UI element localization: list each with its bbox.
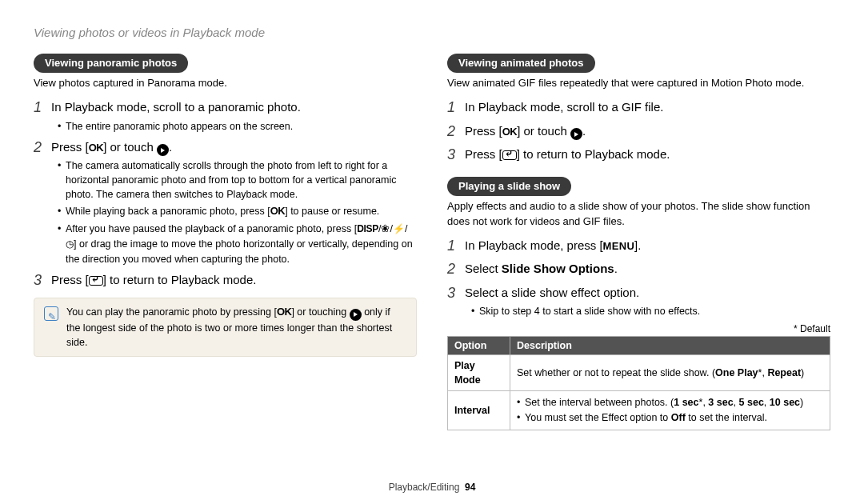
r2-step-2: 2 Select Slide Show Options. bbox=[447, 260, 830, 278]
step-2: 2 Press [OK] or touch . bbox=[34, 138, 417, 157]
default-note: * Default bbox=[447, 323, 830, 334]
lead-text: Apply effects and audio to a slide show … bbox=[447, 199, 830, 228]
play-icon bbox=[157, 144, 169, 156]
r1-step-1: 1 In Playback mode, scroll to a GIF file… bbox=[447, 98, 830, 117]
bullet: Set the interval between photos. (1 sec*… bbox=[517, 395, 823, 410]
play-icon bbox=[350, 309, 362, 321]
bullet: Skip to step 4 to start a slide show wit… bbox=[471, 304, 830, 318]
ok-icon: OK bbox=[277, 306, 292, 318]
th-option: Option bbox=[448, 337, 510, 355]
section-heading-animated: Viewing animated photos bbox=[447, 54, 595, 73]
step-number: 3 bbox=[34, 271, 51, 290]
step-number: 3 bbox=[447, 284, 465, 302]
step-text: In Playback mode, scroll to a GIF file. bbox=[465, 98, 663, 116]
step-number: 2 bbox=[447, 122, 465, 141]
bullet: You must set the Effect option to Off to… bbox=[517, 410, 823, 425]
step-3: 3 Press [] to return to Playback mode. bbox=[34, 271, 417, 290]
step-text: Press [] to return to Playback mode. bbox=[465, 146, 670, 163]
page-footer: Playback/Editing 94 bbox=[0, 482, 864, 493]
section-heading-slideshow: Playing a slide show bbox=[447, 177, 571, 196]
r1-step-3: 3 Press [] to return to Playback mode. bbox=[447, 146, 830, 164]
cell-desc: Set whether or not to repeat the slide s… bbox=[510, 355, 830, 391]
r2-step3-bullets: Skip to step 4 to start a slide show wit… bbox=[471, 304, 830, 318]
flash-icon: ⚡ bbox=[393, 223, 405, 234]
step-text: Press [OK] or touch . bbox=[51, 138, 172, 157]
bullet: The camera automatically scrolls through… bbox=[58, 158, 417, 202]
step-1: 1 In Playback mode, scroll to a panorami… bbox=[34, 98, 417, 117]
content-columns: Viewing panoramic photos View photos cap… bbox=[34, 54, 830, 430]
ok-icon: OK bbox=[89, 142, 104, 154]
bullet: After you have paused the playback of a … bbox=[58, 222, 417, 266]
table-row: Interval Set the interval between photos… bbox=[448, 391, 830, 430]
bullet: While playing back a panoramic photo, pr… bbox=[58, 204, 417, 219]
step2-bullets: The camera automatically scrolls through… bbox=[58, 158, 417, 266]
th-description: Description bbox=[510, 337, 830, 355]
lead-text: View photos captured in Panorama mode. bbox=[34, 76, 417, 90]
step-number: 1 bbox=[447, 237, 465, 255]
r2-step-1: 1 In Playback mode, press [MENU]. bbox=[447, 237, 830, 255]
step-number: 1 bbox=[34, 98, 51, 117]
play-icon bbox=[570, 128, 582, 140]
ok-icon: OK bbox=[270, 205, 286, 217]
back-icon bbox=[502, 150, 517, 160]
disp-icon: DISP bbox=[357, 223, 378, 234]
page-header: Viewing photos or videos in Playback mod… bbox=[34, 26, 830, 39]
options-table: Option Description Play Mode Set whether… bbox=[447, 336, 830, 430]
step-number: 3 bbox=[447, 146, 465, 164]
right-column: Viewing animated photos View animated GI… bbox=[447, 54, 830, 430]
ok-icon: OK bbox=[502, 126, 518, 138]
back-icon bbox=[89, 276, 103, 286]
note-text: You can play the panoramic photo by pres… bbox=[66, 305, 406, 350]
step1-bullets: The entire panoramic photo appears on th… bbox=[58, 119, 417, 134]
cell-desc: Set the interval between photos. (1 sec*… bbox=[510, 391, 830, 430]
step-text: Select a slide show effect option. bbox=[465, 284, 639, 302]
step-text: In Playback mode, scroll to a panoramic … bbox=[51, 98, 301, 116]
r1-step-2: 2 Press [OK] or touch . bbox=[447, 122, 830, 141]
table-row: Play Mode Set whether or not to repeat t… bbox=[448, 355, 830, 391]
lead-text: View animated GIF files repeatedly that … bbox=[447, 76, 830, 90]
step-number: 2 bbox=[34, 138, 51, 157]
step-text: Press [] to return to Playback mode. bbox=[51, 271, 256, 289]
step-text: Press [OK] or touch . bbox=[465, 122, 586, 141]
section-heading-panoramic: Viewing panoramic photos bbox=[34, 54, 188, 73]
bullet: The entire panoramic photo appears on th… bbox=[58, 119, 417, 134]
note-panoramic: You can play the panoramic photo by pres… bbox=[34, 298, 417, 357]
cell-option: Interval bbox=[448, 391, 510, 430]
step-text: In Playback mode, press [MENU]. bbox=[465, 237, 641, 254]
step-text: Select Slide Show Options. bbox=[465, 260, 618, 278]
macro-icon: ❀ bbox=[381, 222, 390, 234]
step-number: 2 bbox=[447, 260, 465, 278]
r2-step-3: 3 Select a slide show effect option. bbox=[447, 284, 830, 302]
menu-icon: MENU bbox=[603, 240, 634, 252]
timer-icon: ◷ bbox=[66, 238, 74, 250]
cell-option: Play Mode bbox=[448, 355, 510, 391]
step-number: 1 bbox=[447, 98, 465, 117]
left-column: Viewing panoramic photos View photos cap… bbox=[34, 54, 417, 430]
note-icon bbox=[44, 306, 58, 321]
